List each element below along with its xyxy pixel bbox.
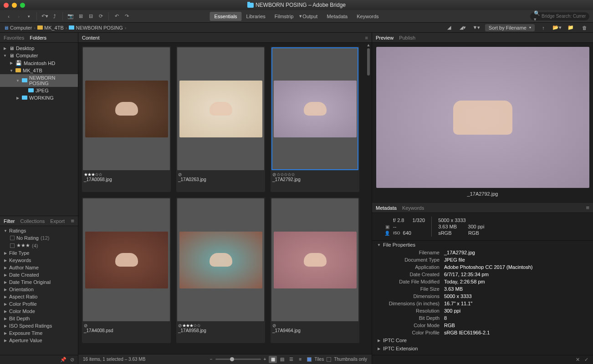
thumbnail-image[interactable] (271, 47, 358, 170)
thumbnail-item[interactable]: ⊘★★★☆☆_17A8958.jpg (176, 197, 265, 343)
metadata-group[interactable]: ▶IPTC Extension (372, 344, 593, 353)
metadata-cancel-icon[interactable]: ✕ (576, 357, 580, 363)
tab-export[interactable]: Export (50, 218, 65, 224)
thumbnail-item[interactable]: ⊘☆☆☆☆☆_17A2792.jpg (271, 46, 359, 192)
filter-option[interactable]: ★★★ (4) (0, 242, 78, 249)
filter-group[interactable]: ▶Orientation (0, 286, 78, 293)
tree-item[interactable]: ▼MK_4TB (0, 67, 78, 74)
thumbnails-only-checkbox[interactable] (327, 357, 331, 362)
crumb-folder[interactable]: NEWBORN POSING (69, 25, 123, 30)
workspace-tab-metadata[interactable]: Metadata (322, 12, 352, 21)
clear-filter-icon[interactable]: ⊘ (70, 357, 74, 363)
rotate-cw-icon[interactable]: ↷ (122, 12, 132, 21)
thumbnail-item[interactable]: ⊘_17A0263.jpg (176, 46, 265, 192)
workspace-tab-filmstrip[interactable]: Filmstrip (270, 12, 298, 21)
workspace-tab-essentials[interactable]: Essentials (210, 12, 241, 21)
rating-stars[interactable]: ⊘ (84, 323, 169, 328)
tab-keywords[interactable]: Keywords (402, 205, 424, 211)
pin-filter-icon[interactable]: 📌 (60, 357, 66, 363)
filter-group[interactable]: ▶File Type (0, 249, 78, 257)
filter-group[interactable]: ▶Bit Depth (0, 315, 78, 322)
reveal-button[interactable]: ⤴ (50, 12, 60, 21)
workspace-tab-libraries[interactable]: Libraries (242, 12, 270, 21)
tab-filter[interactable]: Filter (4, 218, 15, 224)
sort-asc-icon[interactable]: ↑ (538, 23, 548, 32)
new-folder-icon[interactable]: 📁 (566, 23, 576, 32)
checkbox[interactable] (10, 236, 15, 240)
rating-stars[interactable]: ⊘ (272, 323, 358, 328)
thumbnail-image[interactable] (271, 198, 358, 321)
tiles-checkbox[interactable] (307, 357, 312, 362)
filter-group[interactable]: ▶Aperture Value (0, 337, 78, 344)
workspace-tab-keywords[interactable]: Keywords (352, 12, 383, 21)
refresh-icon[interactable]: ⟳ (96, 12, 106, 21)
rotate-ccw-icon[interactable]: ↶ (112, 12, 122, 21)
crumb-computer[interactable]: 🖥 Computer (4, 25, 32, 30)
filter-group[interactable]: ▶Date Time Original (0, 278, 78, 286)
tab-folders[interactable]: Folders (30, 35, 46, 40)
zoom-out-icon[interactable]: − (210, 357, 213, 362)
content-scrollbar[interactable]: ▲ (365, 43, 372, 354)
boost-icon[interactable]: ◢ (444, 23, 454, 32)
filter-group[interactable]: ▶Exposure Time (0, 329, 78, 337)
trash-icon[interactable]: 🗑 (579, 23, 589, 32)
tree-item[interactable]: ▶WORKING (0, 94, 78, 101)
details-view-button[interactable]: ☰ (287, 356, 295, 363)
tree-item[interactable]: ▶💾Macintosh HD (0, 59, 78, 67)
tab-favorites[interactable]: Favorites (4, 35, 24, 40)
content-menu-icon[interactable]: ≡ (365, 35, 368, 40)
batch-rename-icon[interactable]: ⊞ (76, 12, 86, 21)
filter-star-icon[interactable]: ▼▾ (471, 23, 481, 32)
filter-option[interactable]: No Rating (12) (0, 234, 78, 242)
filter-group[interactable]: ▶ISO Speed Ratings (0, 322, 78, 329)
thumbnail-image[interactable] (177, 47, 264, 170)
rating-stars[interactable]: ⊘ (178, 172, 263, 177)
thumbnails-view-button[interactable]: ▦ (269, 356, 277, 363)
thumbnail-size-slider[interactable] (215, 359, 261, 360)
group-file-properties[interactable]: ▼ File Properties (372, 241, 593, 249)
crumb-drive[interactable]: MK_4TB (37, 25, 64, 30)
thumbnail-image[interactable] (177, 198, 264, 321)
filter-group[interactable]: ▶Color Profile (0, 300, 78, 308)
tree-item[interactable]: ▶🖥Desktop (0, 45, 78, 52)
recent-button[interactable]: ↶▾ (40, 12, 50, 21)
forward-button[interactable]: › (14, 12, 24, 21)
back-button[interactable]: ‹ (4, 12, 14, 21)
open-in-app-icon[interactable]: 📂▾ (552, 23, 562, 32)
list-view-button[interactable]: ≡ (296, 356, 304, 363)
sort-dropdown[interactable]: Sort by Filename ▾ (485, 24, 535, 31)
filter-group[interactable]: ▶Color Mode (0, 308, 78, 315)
tree-item[interactable]: ▼NEWBORN POSING (0, 74, 78, 87)
thumbnail-item[interactable]: ⊘_17A4008.psd (82, 197, 171, 343)
get-photos-icon[interactable]: 📷 (66, 12, 76, 21)
zoom-in-icon[interactable]: + (264, 357, 266, 362)
search-input[interactable] (542, 14, 586, 19)
tab-preview[interactable]: Preview (376, 35, 394, 40)
checkbox[interactable] (10, 243, 15, 248)
workspace-tab-output[interactable]: Output (298, 12, 322, 21)
thumbnail-item[interactable]: ⊘_17A9464.jpg (271, 197, 359, 343)
filter-group[interactable]: ▶Aspect Ratio (0, 293, 78, 300)
filter-group[interactable]: ▼Ratings (0, 227, 78, 234)
panel-menu-icon[interactable]: ≡ (71, 217, 74, 224)
thumbnail-item[interactable]: ★★★☆☆_17A0068.jpg (82, 46, 171, 192)
tree-item[interactable]: JPEG (0, 87, 78, 94)
path-dropdown[interactable]: ▾ (24, 12, 34, 21)
thumbnail-image[interactable] (83, 198, 170, 321)
review-icon[interactable]: ◢▾ (458, 23, 468, 32)
filter-group[interactable]: ▶Author Name (0, 264, 78, 271)
search-box[interactable]: 🔍▾ (530, 12, 589, 20)
tab-collections[interactable]: Collections (20, 218, 45, 224)
metadata-menu-icon[interactable]: ≡ (586, 204, 589, 211)
rating-stars[interactable]: ★★★☆☆ (84, 172, 169, 177)
metadata-group[interactable]: ▶IPTC Core (372, 336, 593, 344)
grid-lock-view-button[interactable]: ▤ (278, 356, 286, 363)
tab-publish[interactable]: Publish (399, 35, 415, 40)
open-recent-icon[interactable]: ⊟ (86, 12, 96, 21)
rating-stars[interactable]: ⊘☆☆☆☆☆ (272, 172, 358, 177)
tree-item[interactable]: ▼🖥Computer (0, 52, 78, 59)
tab-metadata[interactable]: Metadata (376, 205, 397, 211)
metadata-apply-icon[interactable]: ✓ (584, 357, 588, 363)
rating-stars[interactable]: ⊘★★★☆☆ (178, 323, 263, 328)
preview-image[interactable] (376, 46, 589, 188)
